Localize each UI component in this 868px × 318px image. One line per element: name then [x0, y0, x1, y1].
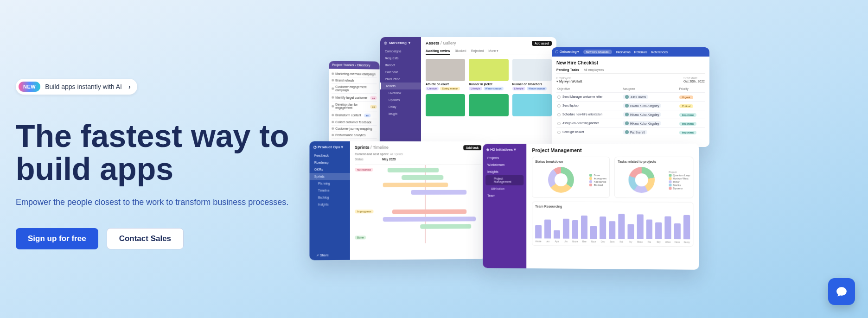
table-row[interactable]: Send Manager welcome letter Jules Harris… [556, 93, 705, 102]
marketing-brand: ◎ Marketing ▾ [380, 41, 421, 48]
hero-title-line2: build apps [16, 151, 173, 186]
product-ops-brand: ◔ Product Ops ▾ [309, 145, 350, 152]
pane-title: Team Resourcing [535, 205, 690, 209]
new-feature-pill[interactable]: NEW Build apps instantly with AI › [16, 79, 137, 95]
marketing-card: ◎ Marketing ▾ Campaigns Requests Budget … [380, 37, 556, 155]
list-item[interactable]: Performance analytics [335, 134, 365, 137]
chevron-right-icon: › [128, 83, 131, 90]
list-item[interactable]: Collect customer feedback [335, 121, 371, 124]
list-item[interactable]: Customer journey mapping [335, 127, 372, 130]
start-date: Oct 20th, 2022 [683, 80, 705, 83]
list-item[interactable]: Marketing overhaul campaign [335, 72, 375, 76]
sidebar-item[interactable]: Updates [380, 96, 421, 103]
onboarding-heading: New Hire Checklist [556, 60, 705, 65]
gantt-month: May 2023 [382, 158, 396, 161]
list-item[interactable]: Customer engagement campaign [335, 85, 377, 92]
col-header: Assignee [622, 85, 678, 93]
sidebar-item[interactable]: Requests [380, 55, 421, 62]
onboarding-brand: ◲ Onboarding ▾ [555, 50, 580, 54]
hero-title-line1: The fastest way to [16, 118, 289, 153]
donut-chart-status [548, 167, 574, 193]
share-button[interactable]: ↗ Share [316, 254, 329, 257]
asset-tile[interactable]: Runner in jacketLifestyleWinter season [469, 59, 508, 90]
sidebar-item[interactable]: Overview [380, 89, 421, 96]
sidebar-item-assets[interactable]: Assets [380, 83, 421, 89]
employee-name[interactable]: Myrvyn Wollatt [559, 80, 582, 83]
list-item[interactable]: Identify target customer [335, 95, 367, 99]
breadcrumb: Gallery [443, 41, 456, 45]
section-title: Sprints [355, 145, 369, 150]
sidebar-item[interactable]: Planning [309, 180, 350, 187]
label: Start date [683, 76, 697, 80]
list-item[interactable]: Develop plan for engagement [335, 103, 367, 109]
new-feature-text: Build apps instantly with AI [45, 83, 122, 90]
table-row[interactable]: Schedule new-hire orientation Hikaru Kub… [556, 110, 705, 119]
tab-blocked[interactable]: Blocked [455, 49, 466, 53]
table-row[interactable]: Assign on-boarding partner Hikaru Kubo-K… [556, 119, 705, 128]
label: Status [355, 158, 364, 161]
sidebar-item[interactable]: Delay [380, 103, 421, 110]
sidebar-item[interactable]: OKRs [309, 166, 350, 173]
bar-chart-resourcing [535, 211, 690, 240]
breadcrumb: Timeline [373, 145, 389, 150]
list-item[interactable]: Brand refresh [335, 79, 354, 82]
sidebar-item[interactable]: Feedback [309, 152, 350, 159]
topnav-item[interactable]: Referrals [634, 51, 647, 54]
pane-title: Tasks related to projects [618, 160, 690, 163]
tracker-crumb: Directory [357, 64, 370, 67]
sprint-scope: Current and next sprint [355, 153, 389, 156]
status-badge: In progress [355, 210, 373, 213]
sidebar-item[interactable]: Attribution [483, 185, 526, 192]
sidebar-item[interactable]: Backlog [309, 194, 350, 201]
tab-pending[interactable]: Pending Tasks [556, 68, 579, 71]
tracker-title: Project Tracker [332, 63, 354, 67]
hero-subtitle: Empower the people closest to the work t… [16, 196, 289, 209]
asset-tile[interactable] [426, 94, 465, 116]
list-item[interactable]: Brainstorm content [335, 113, 361, 116]
section-heading: Project Management [532, 147, 693, 153]
table-row[interactable]: Send laptop Hikaru Kubo-Kingsley Critica… [556, 102, 705, 110]
tab-rejected[interactable]: Rejected [471, 49, 484, 53]
sidebar-item[interactable]: Workstream [483, 161, 526, 168]
topnav-item[interactable]: New Hire Checklist [583, 50, 613, 54]
sidebar-item[interactable]: Projects [483, 154, 526, 161]
product-ops-card: ◔ Product Ops ▾ Feedback Roadmap OKRs Sp… [309, 141, 486, 261]
asset-tile[interactable]: Runner on bleachersLifestyleWinter seaso… [512, 59, 552, 90]
contact-sales-button[interactable]: Contact Sales [107, 228, 184, 249]
chat-button[interactable] [828, 278, 855, 305]
signup-button[interactable]: Sign up for free [16, 228, 98, 249]
table-row[interactable]: Send gift basket Pat Everett Important [556, 128, 705, 137]
h2-initiatives-card: ◈ H2 Initiatives ▾ Projects Workstream I… [483, 144, 699, 270]
tab-all[interactable]: All employees [584, 68, 604, 71]
status-badge: Done [355, 235, 366, 239]
sprint-filter[interactable]: All sprints [390, 153, 403, 156]
label: Employee [556, 76, 571, 80]
new-badge: NEW [19, 82, 40, 92]
add-task-button[interactable]: Add task [463, 145, 481, 150]
section-title: Assets [426, 41, 440, 45]
col-header: Objective [556, 85, 622, 93]
topnav-item[interactable]: References [651, 51, 668, 54]
asset-tile[interactable] [512, 94, 552, 116]
asset-tile[interactable] [469, 94, 508, 116]
sidebar-item[interactable]: Campaigns [380, 48, 421, 55]
add-asset-button[interactable]: Add asset [532, 41, 552, 46]
sidebar-item[interactable]: Calendar [380, 69, 421, 76]
asset-tile[interactable]: Athlete on courtLifestyleSpring season [426, 59, 465, 90]
hero-title: The fastest way to build apps [16, 120, 313, 186]
sidebar-item[interactable]: Production [380, 76, 421, 83]
sidebar-item[interactable]: Insights [309, 201, 350, 208]
sidebar-item[interactable]: Insight [380, 110, 421, 117]
sidebar-item[interactable]: Roadmap [309, 159, 350, 166]
col-header: Priority [678, 85, 705, 93]
topnav-item[interactable]: Interviews [616, 51, 631, 54]
sidebar-item[interactable]: Insights [483, 168, 526, 175]
chat-icon [836, 286, 848, 298]
sidebar-item-pm[interactable]: Project Management [485, 175, 523, 185]
sidebar-item[interactable]: Budget [380, 62, 421, 69]
sidebar-item[interactable]: Team [483, 192, 526, 199]
sidebar-item[interactable]: Timeline [309, 187, 350, 194]
tab-more[interactable]: More ▾ [488, 49, 498, 53]
tab-awaiting[interactable]: Awaiting review [426, 49, 450, 55]
sidebar-item-sprints[interactable]: Sprints [309, 173, 350, 180]
